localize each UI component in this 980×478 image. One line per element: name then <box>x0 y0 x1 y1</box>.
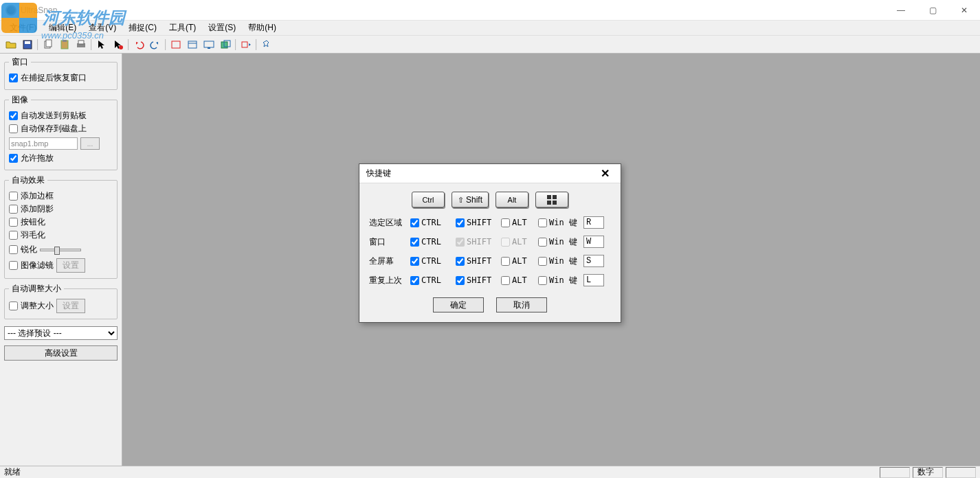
hotkey-key-input[interactable] <box>583 255 604 267</box>
open-icon[interactable] <box>3 37 19 52</box>
toolbar-sep <box>164 37 168 52</box>
status-ready: 就绪 <box>4 466 877 478</box>
image-group: 图像 自动发送到剪贴板 自动保存到磁盘上 ... 允许拖放 <box>4 94 118 170</box>
hotkey-win-checkbox[interactable]: Win 键 <box>538 255 583 267</box>
capture-screen-icon[interactable] <box>201 37 217 52</box>
hotkey-shift-checkbox[interactable]: SHIFT <box>456 218 501 227</box>
hotkey-row-label: 全屏幕 <box>369 255 410 267</box>
statusbar: 就绪 数字 <box>0 466 980 478</box>
hotkey-key-input[interactable] <box>583 274 604 286</box>
cursor-red-icon[interactable] <box>110 37 126 52</box>
hotkey-key-input[interactable] <box>583 216 604 229</box>
hotkey-alt-checkbox[interactable]: ALT <box>501 275 538 285</box>
hotkey-row-label: 选定区域 <box>369 217 410 229</box>
toolbar-sep <box>36 37 40 52</box>
hotkey-row-label: 窗口 <box>369 236 410 248</box>
win-keycap <box>535 192 568 208</box>
svg-rect-20 <box>553 201 557 205</box>
hotkey-key-input[interactable] <box>583 236 604 248</box>
capture-region-icon[interactable] <box>168 37 184 52</box>
resize-checkbox[interactable] <box>9 301 18 310</box>
svg-rect-3 <box>46 40 52 47</box>
pin-icon[interactable] <box>258 37 275 52</box>
hotkey-dialog: 快捷键 ✕ Ctrl ⇧ Shift Alt 选定区域 CTRL SHIFT A… <box>359 163 621 323</box>
undo-icon[interactable] <box>131 37 147 52</box>
paste-icon[interactable] <box>56 37 73 52</box>
capture-window-icon[interactable] <box>184 37 201 52</box>
auto-clipboard-checkbox[interactable]: 自动发送到剪贴板 <box>9 110 113 122</box>
app-title: UltraSnap <box>21 5 57 15</box>
redo-icon[interactable] <box>147 37 164 52</box>
add-shadow-checkbox[interactable]: 添加阴影 <box>9 203 113 215</box>
restore-after-capture-checkbox[interactable]: 在捕捉后恢复窗口 <box>9 72 113 84</box>
svg-rect-18 <box>553 195 557 199</box>
feather-checkbox[interactable]: 羽毛化 <box>9 229 113 241</box>
filename-input <box>9 137 78 150</box>
menu-settings[interactable]: 设置(S) <box>203 21 241 35</box>
menu-capture[interactable]: 捕捉(C) <box>123 21 162 35</box>
dialog-titlebar[interactable]: 快捷键 ✕ <box>359 164 621 183</box>
sharpen-checkbox[interactable]: 锐化 <box>9 244 37 255</box>
resize-settings-button: 设置 <box>56 299 85 313</box>
preset-select[interactable]: --- 选择预设 --- <box>4 326 118 340</box>
status-box-empty <box>880 467 910 478</box>
allow-drag-checkbox[interactable]: 允许拖放 <box>9 152 113 164</box>
dialog-close-button[interactable]: ✕ <box>597 166 614 181</box>
menu-help[interactable]: 帮助(H) <box>243 21 282 35</box>
copy-icon[interactable] <box>40 37 56 52</box>
capture-object-icon[interactable] <box>217 37 234 52</box>
shift-keycap: ⇧ Shift <box>452 192 489 208</box>
hotkey-win-checkbox[interactable]: Win 键 <box>538 217 583 229</box>
menubar: 文件(F) 编辑(E) 查看(V) 捕捉(C) 工具(T) 设置(S) 帮助(H… <box>0 21 980 36</box>
hotkey-win-checkbox[interactable]: Win 键 <box>538 236 583 248</box>
sharpen-slider[interactable] <box>40 249 81 251</box>
maximize-button[interactable]: ▢ <box>917 0 948 21</box>
hotkey-win-checkbox[interactable]: Win 键 <box>538 275 583 286</box>
advanced-settings-button[interactable]: 高级设置 <box>4 345 118 361</box>
toolbar <box>0 36 980 54</box>
print-icon[interactable] <box>73 37 89 52</box>
sidebar: 窗口 在捕捉后恢复窗口 图像 自动发送到剪贴板 自动保存到磁盘上 ... 允许拖… <box>0 54 122 466</box>
image-filter-checkbox[interactable] <box>9 261 18 270</box>
save-icon[interactable] <box>19 37 36 52</box>
toolbar-sep <box>89 37 93 52</box>
ctrl-keycap: Ctrl <box>412 192 445 208</box>
auto-resize-group: 自动调整大小 调整大小 设置 <box>4 283 118 319</box>
ok-button[interactable]: 确定 <box>433 297 484 312</box>
svg-rect-5 <box>63 40 67 42</box>
hotkey-shift-checkbox[interactable]: SHIFT <box>456 275 501 285</box>
hotkey-alt-checkbox[interactable]: ALT <box>501 256 538 266</box>
keycap-row: Ctrl ⇧ Shift Alt <box>369 192 611 208</box>
hotkey-ctrl-checkbox[interactable]: CTRL <box>410 256 456 266</box>
hotkey-ctrl-checkbox[interactable]: CTRL <box>410 275 456 285</box>
auto-resize-label: 自动调整大小 <box>9 283 64 295</box>
menu-file[interactable]: 文件(F) <box>4 21 42 35</box>
svg-rect-1 <box>25 41 30 44</box>
image-filter-label: 图像滤镜 <box>21 260 54 271</box>
toolbar-sep <box>126 37 131 52</box>
buttonize-checkbox[interactable]: 按钮化 <box>9 216 113 228</box>
toolbar-sep <box>234 37 238 52</box>
hotkey-ctrl-checkbox[interactable]: CTRL <box>410 218 456 227</box>
minimize-button[interactable]: ― <box>885 0 917 21</box>
svg-rect-12 <box>204 41 214 47</box>
cancel-button[interactable]: 取消 <box>496 297 547 312</box>
svg-point-8 <box>119 45 123 49</box>
menu-view[interactable]: 查看(V) <box>83 21 122 35</box>
hotkey-ctrl-checkbox[interactable]: CTRL <box>410 237 456 247</box>
auto-save-disk-checkbox[interactable]: 自动保存到磁盘上 <box>9 123 113 135</box>
cursor-icon[interactable] <box>93 37 110 52</box>
add-border-checkbox[interactable]: 添加边框 <box>9 190 113 202</box>
hotkey-alt-checkbox[interactable]: ALT <box>501 218 538 227</box>
svg-rect-7 <box>78 41 84 44</box>
browse-button: ... <box>80 137 100 150</box>
image-group-label: 图像 <box>9 94 31 106</box>
menu-edit[interactable]: 编辑(E) <box>43 21 82 35</box>
capture-repeat-icon[interactable] <box>238 37 254 52</box>
close-button[interactable]: ✕ <box>948 0 980 21</box>
menu-tools[interactable]: 工具(T) <box>164 21 201 35</box>
status-box-empty-2 <box>946 467 976 478</box>
svg-rect-10 <box>188 41 197 48</box>
hotkey-shift-checkbox[interactable]: SHIFT <box>456 256 501 266</box>
resize-label: 调整大小 <box>21 300 54 312</box>
